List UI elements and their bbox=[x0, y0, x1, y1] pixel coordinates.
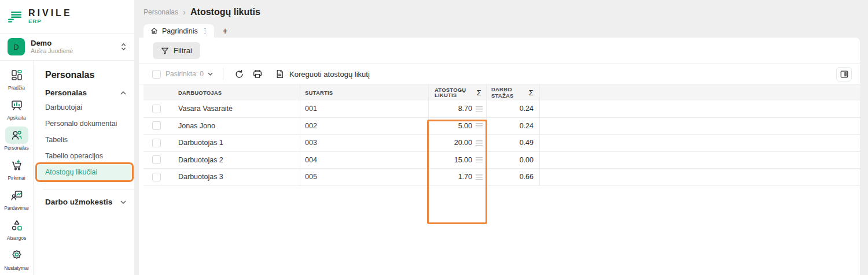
rail-item-pardavimai[interactable]: Pardavimai bbox=[1, 185, 32, 214]
menu-group-personalas[interactable]: Personalas bbox=[45, 88, 126, 97]
filters-button[interactable]: Filtrai bbox=[153, 42, 200, 59]
cell-employee: Darbuotojas 2 bbox=[178, 152, 300, 169]
rail-item-apskaita[interactable]: Apskaita bbox=[1, 95, 32, 124]
account-company: Demo bbox=[31, 39, 115, 47]
rail-item-pradzia[interactable]: Pradžia bbox=[1, 65, 32, 94]
rivile-logo-icon bbox=[8, 10, 23, 24]
refresh-button[interactable] bbox=[233, 68, 245, 80]
gear-icon bbox=[5, 247, 28, 264]
tab-pagrindinis[interactable]: Pagrindinis ⋮ bbox=[144, 24, 214, 38]
table-row[interactable]: Darbuotojas 3 005 1.70 0.66 bbox=[144, 169, 860, 186]
row-checkbox[interactable] bbox=[152, 121, 161, 130]
sidebar-item-personalo-dokumentai[interactable]: Personalo dokumentai bbox=[37, 116, 132, 132]
column-settings-button[interactable] bbox=[836, 67, 852, 81]
select-all-checkbox[interactable] bbox=[152, 70, 161, 79]
module-menu: Personalas Personalas Darbuotojai Person… bbox=[34, 61, 134, 275]
cell-contract: 002 bbox=[300, 118, 429, 135]
header-employee[interactable]: DARBUOTOJAS bbox=[178, 84, 300, 101]
content-card: Filtrai Pasirinkta: 0 bbox=[139, 38, 860, 275]
row-checkbox[interactable] bbox=[152, 105, 161, 113]
sum-icon[interactable]: Σ bbox=[477, 88, 481, 97]
table-row[interactable]: Jonas Jono 002 5.00 0.24 bbox=[144, 118, 860, 135]
filter-funnel-icon bbox=[161, 47, 169, 55]
account-user: Aušra Juodienė bbox=[31, 47, 115, 55]
row-checkbox[interactable] bbox=[152, 173, 161, 181]
row-details-icon[interactable] bbox=[476, 106, 483, 112]
refresh-icon bbox=[234, 69, 244, 79]
cell-employee: Jonas Jono bbox=[178, 118, 300, 135]
cell-employee: Darbuotojas 1 bbox=[178, 135, 300, 151]
cell-balance: 15.00 bbox=[454, 156, 472, 164]
chart-board-icon bbox=[5, 96, 28, 114]
cell-tenure: 0.66 bbox=[520, 173, 534, 181]
nav-rail: Pradžia Apskaita bbox=[0, 61, 34, 275]
menu-group-darbo-uzmokestis[interactable]: Darbo užmokestis bbox=[45, 198, 126, 206]
tab-bar: Pagrindinis ⋮ + bbox=[139, 24, 860, 38]
dashboard-icon bbox=[5, 66, 28, 84]
table-row[interactable]: Vasara Vasaraitė 001 8.70 0.24 bbox=[144, 101, 860, 118]
header-tenure[interactable]: DARBO STAŽAS Σ bbox=[487, 84, 540, 101]
cart-icon bbox=[5, 157, 28, 174]
adjust-balance-action[interactable]: Koreguoti atostogų likutį bbox=[275, 69, 370, 79]
chevron-down-icon bbox=[208, 72, 213, 76]
sidebar: RIVILE ERP D Demo Aušra Juodienė bbox=[0, 0, 134, 275]
account-switcher[interactable]: D Demo Aušra Juodienė bbox=[0, 33, 134, 61]
row-details-icon[interactable] bbox=[476, 123, 483, 128]
page-title: Atostogų likutis bbox=[190, 7, 260, 17]
cell-balance: 8.70 bbox=[458, 105, 472, 113]
sidebar-item-tabelis[interactable]: Tabelis bbox=[37, 132, 132, 148]
row-checkbox[interactable] bbox=[152, 155, 161, 164]
row-details-icon[interactable] bbox=[476, 140, 483, 146]
cell-employee: Darbuotojas 3 bbox=[178, 169, 300, 185]
print-button[interactable] bbox=[251, 68, 264, 80]
cell-balance: 5.00 bbox=[458, 122, 472, 130]
brand-product: ERP bbox=[28, 18, 72, 24]
vacation-balance-table: DARBUOTOJAS SUTARTIS ATOSTOGŲ LIKUTIS Σ … bbox=[144, 84, 860, 186]
table-row[interactable]: Darbuotojas 1 003 20.00 0.49 bbox=[144, 135, 860, 152]
toolbar-divider bbox=[223, 68, 223, 80]
cell-employee: Vasara Vasaraitė bbox=[178, 101, 300, 117]
printer-icon bbox=[252, 69, 263, 79]
row-details-icon[interactable] bbox=[476, 157, 483, 162]
menu-divider bbox=[43, 189, 134, 189]
people-icon bbox=[5, 127, 28, 144]
cell-tenure: 0.00 bbox=[520, 156, 534, 164]
columns-icon bbox=[840, 70, 849, 79]
row-checkbox[interactable] bbox=[152, 139, 161, 147]
breadcrumb-separator-icon: › bbox=[183, 9, 186, 16]
shapes-icon bbox=[5, 217, 28, 234]
table-header-row: DARBUOTOJAS SUTARTIS ATOSTOGŲ LIKUTIS Σ … bbox=[144, 84, 860, 101]
breadcrumb: Personalas › Atostogų likutis bbox=[139, 0, 860, 24]
avatar: D bbox=[8, 38, 25, 55]
filter-section: Filtrai bbox=[139, 38, 860, 64]
sales-icon bbox=[5, 187, 28, 204]
cell-contract: 004 bbox=[300, 152, 429, 169]
rail-item-nustatymai[interactable]: Nustatymai bbox=[1, 246, 32, 274]
add-tab-button[interactable]: + bbox=[218, 25, 233, 38]
sidebar-item-atostogu-likuciai[interactable]: Atostogų likučiai bbox=[37, 164, 132, 180]
cell-tenure: 0.49 bbox=[520, 139, 534, 147]
rail-item-pirkimai[interactable]: Pirkimai bbox=[1, 155, 32, 184]
sidebar-item-tabelio-operacijos[interactable]: Tabelio operacijos bbox=[37, 148, 132, 164]
table-toolbar: Pasirinkta: 0 bbox=[139, 64, 860, 84]
document-icon bbox=[275, 69, 284, 79]
rail-item-personalas[interactable]: Personalas bbox=[1, 125, 32, 154]
tab-menu-icon[interactable]: ⋮ bbox=[202, 27, 208, 35]
cell-tenure: 0.24 bbox=[520, 105, 534, 113]
header-contract[interactable]: SUTARTIS bbox=[300, 84, 429, 101]
cell-balance: 1.70 bbox=[458, 173, 472, 181]
table-row[interactable]: Darbuotojas 2 004 15.00 0.00 bbox=[144, 152, 860, 169]
sum-icon[interactable]: Σ bbox=[529, 88, 534, 97]
menu-title: Personalas bbox=[45, 70, 134, 80]
chevron-down-icon bbox=[120, 200, 126, 204]
breadcrumb-parent[interactable]: Personalas bbox=[144, 8, 178, 16]
home-icon bbox=[150, 27, 158, 35]
sidebar-item-darbuotojai[interactable]: Darbuotojai bbox=[37, 99, 132, 116]
cell-contract: 005 bbox=[300, 169, 429, 185]
cell-contract: 003 bbox=[300, 135, 429, 151]
header-balance[interactable]: ATOSTOGŲ LIKUTIS Σ bbox=[429, 84, 487, 101]
rail-item-atsargos[interactable]: Atsargos bbox=[1, 215, 32, 244]
app-logo: RIVILE ERP bbox=[0, 0, 134, 33]
selected-dropdown[interactable]: Pasirinkta: 0 bbox=[165, 70, 213, 78]
row-details-icon[interactable] bbox=[476, 174, 483, 180]
